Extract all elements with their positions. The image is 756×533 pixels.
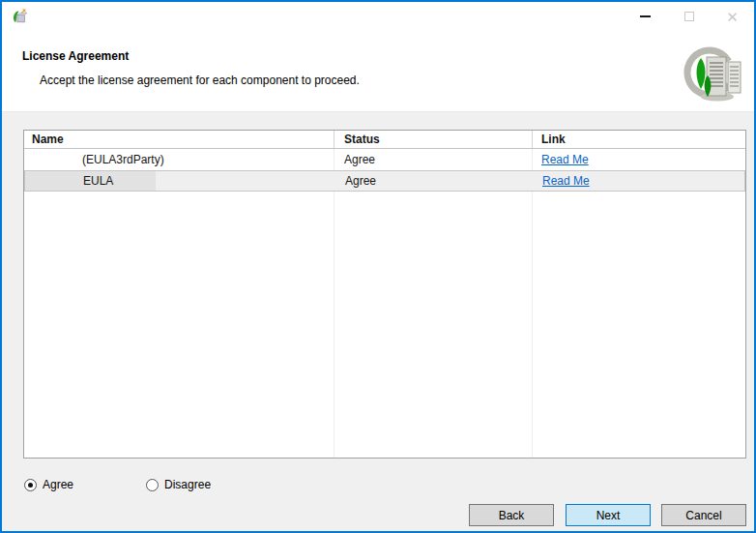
installer-window: ✕ License Agreement Accept the license a…: [0, 0, 756, 533]
disagree-radio[interactable]: Disagree: [146, 478, 211, 491]
column-header-status[interactable]: Status: [334, 131, 533, 148]
close-button[interactable]: ✕: [711, 2, 754, 31]
window-controls: ✕: [624, 2, 754, 31]
row-name: (EULA3rdParty): [24, 153, 334, 166]
column-header-name[interactable]: Name: [24, 131, 334, 148]
maximize-button[interactable]: [667, 2, 711, 31]
table-row-eula3rdparty[interactable]: (EULA3rdParty) Agree Read Me: [24, 149, 745, 170]
page-title: License Agreement: [22, 49, 129, 63]
table-header: Name Status Link: [24, 131, 745, 149]
back-button[interactable]: Back: [469, 504, 554, 526]
row-name: EULA: [25, 174, 335, 188]
agree-radio[interactable]: Agree: [24, 478, 73, 491]
column-divider: [334, 149, 334, 458]
radio-selected-icon: [24, 479, 37, 491]
installer-logo-icon: [681, 46, 744, 110]
readme-link[interactable]: Read Me: [541, 153, 589, 166]
next-button[interactable]: Next: [566, 504, 651, 526]
maximize-icon: [684, 12, 694, 21]
license-table: Name Status Link (EULA3rdParty) Agree Re…: [23, 130, 746, 459]
agree-radio-label: Agree: [43, 478, 73, 491]
table-row-eula[interactable]: EULA Agree Read Me: [24, 170, 745, 192]
readme-link[interactable]: Read Me: [542, 174, 590, 188]
app-icon: [11, 9, 27, 29]
column-header-link[interactable]: Link: [533, 131, 745, 148]
minimize-button[interactable]: [624, 2, 667, 31]
cancel-button[interactable]: Cancel: [661, 504, 746, 526]
close-icon: ✕: [726, 10, 739, 24]
minimize-icon: [640, 15, 651, 17]
radio-unselected-icon: [146, 479, 159, 491]
disagree-radio-label: Disagree: [164, 478, 211, 491]
row-status: Agree: [335, 174, 534, 188]
agreement-radio-group: Agree Disagree: [24, 478, 211, 491]
row-status: Agree: [334, 153, 533, 166]
page-description: Accept the license agreement for each co…: [40, 74, 360, 87]
column-divider: [532, 149, 533, 458]
